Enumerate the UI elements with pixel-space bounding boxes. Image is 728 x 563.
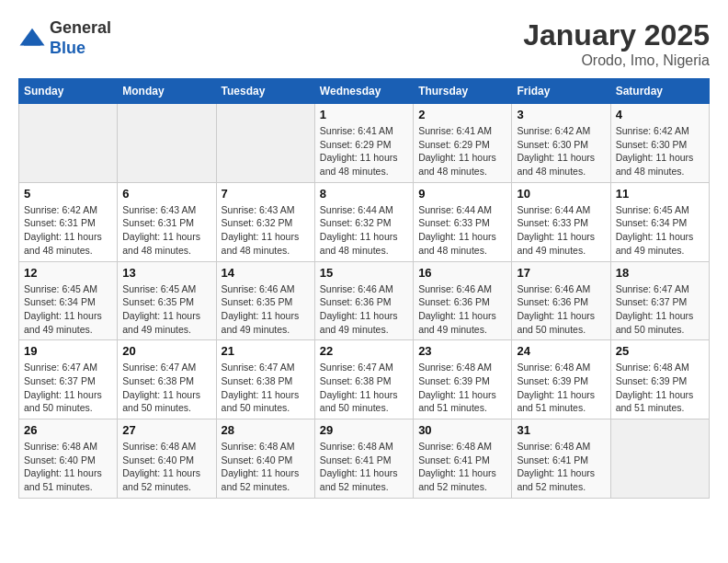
day-info: Sunrise: 6:43 AMSunset: 6:31 PMDaylight:… bbox=[122, 203, 210, 258]
day-number: 2 bbox=[418, 108, 506, 121]
calendar-cell: 6Sunrise: 6:43 AMSunset: 6:31 PMDaylight… bbox=[118, 182, 216, 261]
calendar-cell: 3Sunrise: 6:42 AMSunset: 6:30 PMDaylight… bbox=[512, 104, 610, 183]
calendar-cell: 1Sunrise: 6:41 AMSunset: 6:29 PMDaylight… bbox=[314, 104, 413, 183]
day-info: Sunrise: 6:46 AMSunset: 6:36 PMDaylight:… bbox=[517, 282, 605, 337]
calendar-cell: 24Sunrise: 6:48 AMSunset: 6:39 PMDayligh… bbox=[512, 340, 610, 419]
calendar-cell: 5Sunrise: 6:42 AMSunset: 6:31 PMDaylight… bbox=[19, 182, 118, 261]
calendar-cell: 21Sunrise: 6:47 AMSunset: 6:38 PMDayligh… bbox=[216, 340, 314, 419]
day-number: 30 bbox=[418, 423, 506, 437]
day-info: Sunrise: 6:47 AMSunset: 6:37 PMDaylight:… bbox=[616, 282, 704, 337]
day-number: 18 bbox=[616, 266, 704, 280]
weekday-header-row: SundayMondayTuesdayWednesdayThursdayFrid… bbox=[19, 79, 710, 104]
day-info: Sunrise: 6:42 AMSunset: 6:30 PMDaylight:… bbox=[517, 124, 605, 178]
day-number: 8 bbox=[320, 187, 408, 201]
day-number: 11 bbox=[616, 187, 704, 201]
calendar-cell: 16Sunrise: 6:46 AMSunset: 6:36 PMDayligh… bbox=[414, 261, 512, 340]
day-number: 16 bbox=[418, 266, 506, 280]
day-number: 5 bbox=[24, 187, 112, 201]
calendar-cell: 9Sunrise: 6:44 AMSunset: 6:33 PMDaylight… bbox=[414, 182, 512, 261]
logo-general-text: General bbox=[50, 18, 111, 37]
day-number: 27 bbox=[122, 423, 210, 437]
calendar-cell: 31Sunrise: 6:48 AMSunset: 6:41 PMDayligh… bbox=[512, 419, 610, 499]
logo: General Blue bbox=[18, 18, 111, 58]
page-header: General Blue January 2025 Orodo, Imo, Ni… bbox=[18, 18, 710, 69]
day-info: Sunrise: 6:48 AMSunset: 6:40 PMDaylight:… bbox=[122, 440, 210, 494]
day-info: Sunrise: 6:46 AMSunset: 6:36 PMDaylight:… bbox=[320, 282, 408, 337]
calendar-week-row: 1Sunrise: 6:41 AMSunset: 6:29 PMDaylight… bbox=[19, 104, 710, 183]
calendar-cell: 7Sunrise: 6:43 AMSunset: 6:32 PMDaylight… bbox=[216, 182, 314, 261]
day-info: Sunrise: 6:46 AMSunset: 6:36 PMDaylight:… bbox=[418, 282, 506, 337]
weekday-header: Friday bbox=[512, 79, 610, 104]
day-number: 21 bbox=[222, 344, 310, 358]
weekday-header: Wednesday bbox=[314, 79, 413, 104]
day-info: Sunrise: 6:48 AMSunset: 6:39 PMDaylight:… bbox=[418, 361, 506, 415]
day-info: Sunrise: 6:47 AMSunset: 6:38 PMDaylight:… bbox=[122, 361, 210, 415]
day-number: 7 bbox=[222, 187, 310, 201]
day-number: 10 bbox=[517, 187, 605, 201]
day-number: 6 bbox=[122, 187, 210, 201]
day-number: 12 bbox=[24, 266, 112, 280]
title-block: January 2025 Orodo, Imo, Nigeria bbox=[523, 18, 710, 69]
day-number: 19 bbox=[24, 344, 112, 358]
day-info: Sunrise: 6:47 AMSunset: 6:37 PMDaylight:… bbox=[24, 361, 112, 415]
day-info: Sunrise: 6:45 AMSunset: 6:34 PMDaylight:… bbox=[616, 203, 704, 258]
calendar-cell: 18Sunrise: 6:47 AMSunset: 6:37 PMDayligh… bbox=[610, 261, 709, 340]
day-number: 26 bbox=[24, 423, 112, 437]
day-number: 24 bbox=[517, 344, 605, 358]
day-info: Sunrise: 6:47 AMSunset: 6:38 PMDaylight:… bbox=[222, 361, 310, 415]
calendar-cell: 25Sunrise: 6:48 AMSunset: 6:39 PMDayligh… bbox=[610, 340, 709, 419]
day-info: Sunrise: 6:48 AMSunset: 6:39 PMDaylight:… bbox=[616, 361, 704, 415]
day-info: Sunrise: 6:45 AMSunset: 6:35 PMDaylight:… bbox=[122, 282, 210, 337]
day-info: Sunrise: 6:44 AMSunset: 6:33 PMDaylight:… bbox=[517, 203, 605, 258]
day-info: Sunrise: 6:43 AMSunset: 6:32 PMDaylight:… bbox=[222, 203, 310, 258]
day-info: Sunrise: 6:48 AMSunset: 6:40 PMDaylight:… bbox=[222, 440, 310, 494]
calendar-cell: 13Sunrise: 6:45 AMSunset: 6:35 PMDayligh… bbox=[118, 261, 216, 340]
calendar-cell: 12Sunrise: 6:45 AMSunset: 6:34 PMDayligh… bbox=[19, 261, 118, 340]
calendar-cell: 27Sunrise: 6:48 AMSunset: 6:40 PMDayligh… bbox=[118, 419, 216, 499]
day-info: Sunrise: 6:48 AMSunset: 6:41 PMDaylight:… bbox=[418, 440, 506, 494]
calendar-week-row: 19Sunrise: 6:47 AMSunset: 6:37 PMDayligh… bbox=[19, 340, 710, 419]
calendar-cell: 10Sunrise: 6:44 AMSunset: 6:33 PMDayligh… bbox=[512, 182, 610, 261]
weekday-header: Tuesday bbox=[216, 79, 314, 104]
day-number: 4 bbox=[616, 108, 704, 121]
logo-icon bbox=[18, 25, 46, 52]
calendar-week-row: 26Sunrise: 6:48 AMSunset: 6:40 PMDayligh… bbox=[19, 419, 710, 499]
day-info: Sunrise: 6:42 AMSunset: 6:30 PMDaylight:… bbox=[616, 124, 704, 178]
day-number: 23 bbox=[418, 344, 506, 358]
day-number: 28 bbox=[222, 423, 310, 437]
calendar-week-row: 12Sunrise: 6:45 AMSunset: 6:34 PMDayligh… bbox=[19, 261, 710, 340]
weekday-header: Thursday bbox=[414, 79, 512, 104]
calendar-cell bbox=[118, 104, 216, 183]
day-info: Sunrise: 6:44 AMSunset: 6:33 PMDaylight:… bbox=[418, 203, 506, 258]
calendar-cell: 17Sunrise: 6:46 AMSunset: 6:36 PMDayligh… bbox=[512, 261, 610, 340]
day-info: Sunrise: 6:48 AMSunset: 6:41 PMDaylight:… bbox=[517, 440, 605, 494]
day-info: Sunrise: 6:48 AMSunset: 6:40 PMDaylight:… bbox=[24, 440, 112, 494]
day-number: 1 bbox=[320, 108, 408, 121]
day-number: 9 bbox=[418, 187, 506, 201]
day-number: 17 bbox=[517, 266, 605, 280]
day-info: Sunrise: 6:48 AMSunset: 6:41 PMDaylight:… bbox=[320, 440, 408, 494]
page-subtitle: Orodo, Imo, Nigeria bbox=[523, 52, 710, 69]
calendar-cell: 14Sunrise: 6:46 AMSunset: 6:35 PMDayligh… bbox=[216, 261, 314, 340]
svg-rect-1 bbox=[24, 40, 40, 45]
weekday-header: Monday bbox=[118, 79, 216, 104]
calendar-cell: 23Sunrise: 6:48 AMSunset: 6:39 PMDayligh… bbox=[414, 340, 512, 419]
calendar-table: SundayMondayTuesdayWednesdayThursdayFrid… bbox=[18, 78, 710, 499]
day-info: Sunrise: 6:47 AMSunset: 6:38 PMDaylight:… bbox=[320, 361, 408, 415]
day-info: Sunrise: 6:41 AMSunset: 6:29 PMDaylight:… bbox=[418, 124, 506, 178]
calendar-cell bbox=[610, 419, 709, 499]
calendar-cell: 22Sunrise: 6:47 AMSunset: 6:38 PMDayligh… bbox=[314, 340, 413, 419]
weekday-header: Sunday bbox=[19, 79, 118, 104]
day-number: 15 bbox=[320, 266, 408, 280]
day-info: Sunrise: 6:48 AMSunset: 6:39 PMDaylight:… bbox=[517, 361, 605, 415]
day-info: Sunrise: 6:42 AMSunset: 6:31 PMDaylight:… bbox=[24, 203, 112, 258]
calendar-cell: 8Sunrise: 6:44 AMSunset: 6:32 PMDaylight… bbox=[314, 182, 413, 261]
calendar-cell: 19Sunrise: 6:47 AMSunset: 6:37 PMDayligh… bbox=[19, 340, 118, 419]
logo-blue-text: Blue bbox=[50, 39, 85, 57]
day-number: 3 bbox=[517, 108, 605, 121]
calendar-cell: 29Sunrise: 6:48 AMSunset: 6:41 PMDayligh… bbox=[314, 419, 413, 499]
calendar-cell bbox=[19, 104, 118, 183]
day-number: 29 bbox=[320, 423, 408, 437]
day-info: Sunrise: 6:41 AMSunset: 6:29 PMDaylight:… bbox=[320, 124, 408, 178]
day-number: 22 bbox=[320, 344, 408, 358]
